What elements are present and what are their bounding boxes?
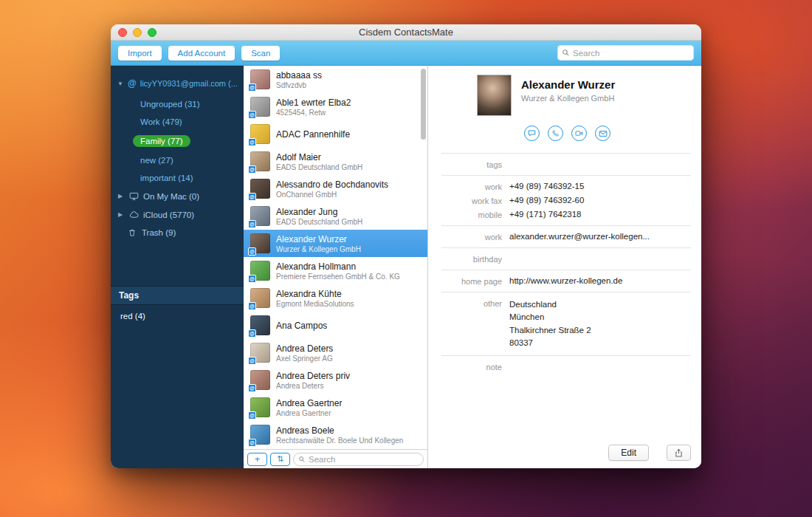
- account-badge-icon: @: [248, 165, 256, 174]
- disclosure-triangle-icon[interactable]: ▼: [117, 81, 124, 87]
- list-item-selected[interactable]: @ Alexander WurzerWurzer & Kollegen GmbH: [244, 230, 427, 257]
- field-label: work: [428, 182, 509, 191]
- list-search-field[interactable]: [293, 453, 424, 466]
- sidebar-item-family-selected[interactable]: Family (77): [111, 131, 244, 151]
- list-item[interactable]: @ Ana Campos: [244, 312, 427, 339]
- field-value: +49 (89) 746392-60: [509, 196, 584, 205]
- contact-detail: Alexander Wurzer Wurzer & Kollegen GmbH: [428, 66, 701, 468]
- list-item[interactable]: @ Able1 ewrter Elba24525454, Retw: [244, 93, 427, 120]
- account-badge-icon: @: [248, 111, 256, 119]
- detail-header: Alexander Wurzer Wurzer & Kollegen GmbH: [428, 66, 701, 116]
- zoom-window-button[interactable]: [148, 28, 156, 37]
- close-window-button[interactable]: [118, 28, 127, 37]
- list-item[interactable]: @ Andrea Deters privAndrea Deters: [244, 366, 427, 394]
- field-label: work: [428, 232, 509, 242]
- contact-subtitle: OnChannel GmbH: [276, 191, 388, 199]
- account-badge-icon: @: [248, 384, 256, 392]
- section-label: On My Mac (0): [143, 192, 199, 201]
- import-button[interactable]: Import: [118, 46, 162, 61]
- list-item[interactable]: @ Andrea DetersAxel Springer AG: [244, 339, 427, 366]
- contact-subtitle: Egmont MediaSolutions: [276, 300, 354, 308]
- list-item[interactable]: @ Alexandra KühteEgmont MediaSolutions: [244, 284, 427, 312]
- group-label: important (14): [140, 174, 193, 182]
- account-badge-icon: @: [248, 275, 256, 283]
- scrollbar-thumb[interactable]: [421, 69, 426, 140]
- contact-subtitle: Rechtsanwälte Dr. Boele Und Kollegen: [276, 436, 403, 445]
- avatar: @: [250, 97, 270, 117]
- scan-button[interactable]: Scan: [241, 46, 280, 61]
- message-button[interactable]: [524, 126, 540, 141]
- contact-name: Able1 ewrter Elba2: [276, 97, 351, 108]
- list-item[interactable]: @ Alexander JungEADS Deutschland GmbH: [244, 202, 427, 230]
- field-value: +49 (89) 746392-15: [509, 182, 584, 191]
- avatar: @: [250, 233, 270, 253]
- contact-photo: [477, 75, 512, 116]
- avatar: @: [250, 315, 270, 335]
- app-window: Cisdem ContactsMate Import Add Account S…: [111, 24, 701, 468]
- field-label: note: [428, 362, 509, 372]
- contact-rows: @ abbaaaa ssSdfvzdvb @ Able1 ewrter Elba…: [244, 66, 427, 449]
- sidebar-account-row[interactable]: ▼ @ licyYY0931@gmail.com (...: [111, 66, 244, 95]
- call-button[interactable]: [548, 126, 563, 141]
- account-badge-icon: @: [248, 138, 256, 146]
- sidebar: ▼ @ licyYY0931@gmail.com (... Ungrouped …: [111, 66, 244, 468]
- sort-button[interactable]: ⇅: [270, 453, 290, 466]
- add-contact-button[interactable]: +: [247, 453, 267, 466]
- edit-button[interactable]: Edit: [608, 445, 649, 461]
- contact-subtitle: Andrea Deters: [276, 382, 350, 390]
- field-label: home page: [428, 276, 509, 286]
- field-value: Deutschland München Thalkirchner Straße …: [509, 298, 591, 349]
- sidebar-item-trash[interactable]: Trash (9): [111, 224, 244, 242]
- share-button[interactable]: [667, 445, 691, 461]
- minimize-window-button[interactable]: [133, 28, 142, 37]
- cloud-icon: [128, 210, 139, 219]
- divider: [441, 153, 691, 154]
- divider: [441, 355, 691, 356]
- field-label: tags: [428, 160, 509, 169]
- avatar: @: [250, 425, 270, 445]
- field-value: http://www.wurzer-kollegen.de: [509, 276, 622, 286]
- sidebar-item-on-my-mac[interactable]: ▶ On My Mac (0): [111, 187, 244, 205]
- email-button[interactable]: [595, 126, 610, 141]
- contact-name: Andrea Deters: [276, 343, 333, 354]
- field-homepage: home page http://www.wurzer-kollegen.de: [428, 274, 701, 288]
- disclosure-triangle-icon[interactable]: ▶: [117, 211, 124, 218]
- avatar: @: [250, 179, 270, 199]
- add-account-button[interactable]: Add Account: [168, 46, 235, 61]
- list-item[interactable]: @ ADAC Pannenhilfe: [244, 120, 427, 148]
- list-item[interactable]: @ Alessandro de BochdanovitsOnChannel Gm…: [244, 175, 427, 202]
- list-item[interactable]: @ Adolf MaierEADS Deutschland GmbH: [244, 148, 427, 175]
- sidebar-tag-red[interactable]: red (4): [111, 305, 244, 327]
- sidebar-item-new[interactable]: new (27): [111, 151, 244, 169]
- field-note: note: [428, 360, 701, 374]
- list-item[interactable]: @ Alexandra HollmannPremiere Fernsehen G…: [244, 257, 427, 284]
- list-item[interactable]: @ Andrea GaertnerAndrea Gaertner: [244, 394, 427, 421]
- sidebar-item-ungrouped[interactable]: Ungrouped (31): [111, 95, 244, 113]
- toolbar-search-input[interactable]: [573, 49, 689, 58]
- disclosure-triangle-icon[interactable]: ▶: [117, 193, 124, 199]
- account-badge-icon: @: [248, 439, 256, 447]
- sidebar-item-work[interactable]: Work (479): [111, 113, 244, 131]
- detail-contact-name: Alexander Wurzer: [521, 78, 615, 91]
- contact-name: Alexander Jung: [276, 207, 362, 217]
- sidebar-item-icloud[interactable]: ▶ iCloud (5770): [111, 205, 244, 224]
- contact-subtitle: Wurzer & Kollegen GmbH: [276, 245, 361, 253]
- field-email: work alexander.wurzer@wurzer-kollegen...: [428, 230, 701, 244]
- field-label: other: [428, 298, 509, 349]
- avatar: @: [250, 370, 270, 390]
- divider: [441, 292, 691, 292]
- list-item[interactable]: @ Andreas BoeleRechtsanwälte Dr. Boele U…: [244, 421, 427, 448]
- avatar: @: [250, 261, 270, 281]
- group-label: new (27): [140, 156, 173, 165]
- search-icon: [298, 456, 306, 463]
- account-badge-icon: @: [248, 357, 256, 365]
- list-search-input[interactable]: [309, 455, 419, 464]
- field-label: mobile: [428, 210, 509, 219]
- at-icon: @: [128, 78, 137, 89]
- field-tags: tags: [428, 157, 701, 171]
- video-call-button[interactable]: [571, 126, 587, 141]
- toolbar-search-field[interactable]: [557, 45, 694, 61]
- sidebar-item-important[interactable]: important (14): [111, 169, 244, 187]
- list-item[interactable]: @ abbaaaa ssSdfvzdvb: [244, 66, 427, 93]
- group-label: Work (479): [140, 117, 182, 126]
